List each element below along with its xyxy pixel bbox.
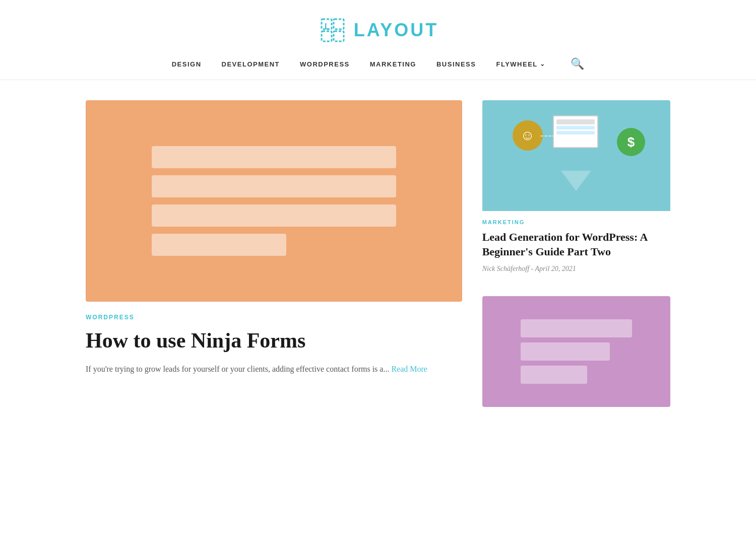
purple-bar-2	[521, 342, 610, 361]
person-icon: ☺	[520, 127, 535, 144]
sidebar-image-lead-gen: ☺ $	[482, 100, 670, 211]
logo-area: L LAYOUT	[318, 15, 439, 45]
nav-flywheel[interactable]: FLYWHEEL ⌄	[496, 60, 545, 68]
nav-design[interactable]: DESIGN	[172, 60, 202, 68]
article-excerpt: If you're trying to grow leads for yours…	[86, 362, 462, 376]
logo-icon: L	[318, 15, 348, 45]
sidebar-card-purple	[482, 296, 670, 407]
form-bar-1	[152, 146, 396, 168]
sidebar-card-meta: Nick Schäferhoff - April 20, 2021	[482, 265, 670, 273]
nav-marketing[interactable]: MARKETING	[370, 60, 416, 68]
nav-business[interactable]: BUSINESS	[436, 60, 476, 68]
header: L LAYOUT DESIGN DEVELOPMENT WORDPRESS MA…	[0, 0, 756, 80]
main-nav: DESIGN DEVELOPMENT WORDPRESS MARKETING B…	[152, 57, 605, 80]
search-icon: 🔍	[571, 57, 584, 70]
purple-form-illustration	[511, 309, 642, 394]
main-content: WORDPRESS How to use Ninja Forms If you'…	[55, 80, 701, 442]
nav-wordpress[interactable]: WORDPRESS	[300, 60, 350, 68]
article-category: WORDPRESS	[86, 314, 462, 321]
svg-rect-3	[334, 31, 344, 41]
sidebar-card-lead-gen: ☺ $	[482, 100, 670, 281]
sidebar-category: MARKETING	[482, 219, 670, 225]
sidebar-image-purple	[482, 296, 670, 407]
browser-box	[553, 115, 598, 148]
article-title: How to use Ninja Forms	[86, 328, 462, 353]
form-bar-2	[152, 175, 396, 197]
sidebar-card-title[interactable]: Lead Generation for WordPress: A Beginne…	[482, 230, 670, 259]
svg-rect-2	[322, 31, 332, 41]
form-bar-3	[152, 204, 396, 227]
purple-bar-3	[521, 366, 588, 384]
dollar-icon-circle: $	[617, 128, 645, 156]
featured-article: WORDPRESS How to use Ninja Forms If you'…	[86, 100, 462, 422]
lead-gen-illustration: ☺ $	[482, 100, 670, 211]
dashed-line-decoration	[540, 135, 555, 136]
form-bar-4	[152, 234, 286, 256]
nav-development[interactable]: DEVELOPMENT	[222, 60, 280, 68]
sidebar-card-body-lead-gen: MARKETING Lead Generation for WordPress:…	[482, 211, 670, 281]
form-illustration	[152, 146, 396, 256]
svg-rect-1	[334, 19, 344, 29]
person-icon-circle: ☺	[513, 120, 543, 151]
featured-image	[86, 100, 462, 302]
logo-text: LAYOUT	[354, 20, 439, 41]
triangle-decoration	[561, 171, 591, 191]
read-more-link[interactable]: Read More	[391, 365, 427, 373]
svg-text:L: L	[325, 22, 330, 31]
purple-bar-1	[521, 319, 632, 337]
chevron-down-icon: ⌄	[540, 60, 546, 67]
search-button[interactable]: 🔍	[571, 57, 584, 71]
sidebar: ☺ $	[482, 100, 670, 422]
